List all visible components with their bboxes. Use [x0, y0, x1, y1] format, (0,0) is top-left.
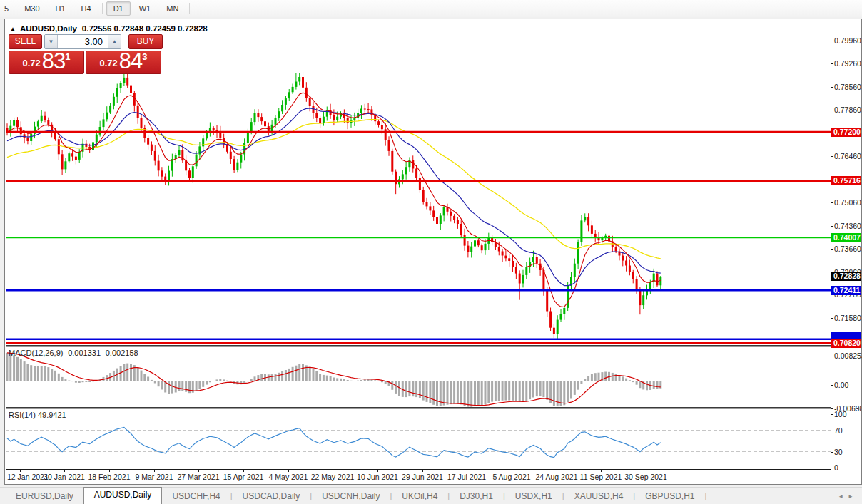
date-axis-label: 4 May 2021: [269, 473, 308, 481]
date-axis-label: 5 Aug 2021: [492, 473, 530, 481]
buy-button[interactable]: BUY: [128, 34, 163, 49]
date-axis-tick: [557, 470, 557, 472]
date-axis-label: 9 Mar 2021: [135, 473, 173, 481]
timeframe-button-d1[interactable]: D1: [106, 1, 131, 16]
volume-stepper: ▼ ▲: [44, 34, 121, 49]
chart-title: ▲ AUDUSD,Daily 0.72556 0.72848 0.72459 0…: [10, 24, 208, 33]
timeframe-button-w1[interactable]: W1: [132, 1, 158, 16]
tab-separator: |: [705, 492, 707, 504]
date-axis-tick: [20, 470, 21, 472]
volume-input[interactable]: [58, 35, 108, 48]
price-axis[interactable]: 0.799600.792600.785600.778600.764600.750…: [831, 20, 861, 483]
sell-button[interactable]: SELL: [9, 34, 42, 49]
date-axis-label: 11 Sep 2021: [580, 473, 622, 481]
date-axis-label: 27 Mar 2021: [178, 473, 220, 481]
date-axis-tick: [512, 470, 512, 472]
sell-price-sup: 1: [65, 52, 70, 61]
tab-scroll-arrows[interactable]: ◄►: [838, 493, 858, 500]
date-axis-tick: [601, 470, 602, 472]
tab-gbpusd-h1[interactable]: GBPUSD,H1: [635, 489, 704, 504]
tab-ukoil-h4[interactable]: UKOil,H4: [392, 489, 447, 504]
timeframe-button-5[interactable]: 5: [1, 1, 16, 16]
date-axis-tick: [154, 470, 155, 472]
date-axis-label: 18 Feb 2021: [88, 473, 131, 481]
date-axis-tick: [646, 470, 646, 472]
date-axis[interactable]: 12 Jan 202130 Jan 202118 Feb 20219 Mar 2…: [6, 469, 831, 483]
date-axis-tick: [377, 470, 378, 472]
date-axis-label: 22 May 2021: [311, 473, 355, 481]
tab-xauusd-h4[interactable]: XAUUSD,H4: [564, 489, 634, 504]
price-axis-tick-label: 0.79960: [831, 36, 861, 46]
macd-label: MACD(12,26,9) -0.001331 -0.002158: [9, 349, 138, 357]
date-axis-tick: [333, 470, 333, 472]
date-axis-tick: [109, 470, 110, 472]
rsi-pane[interactable]: RSI(14) 49.9421: [6, 409, 831, 469]
volume-increase-icon[interactable]: ▲: [108, 35, 121, 48]
level-price-label: 0.72411: [831, 286, 861, 295]
tab-audusd-daily[interactable]: AUDUSD,Daily: [83, 487, 163, 504]
date-axis-label: 29 Jun 2021: [402, 473, 443, 481]
buy-price-sup: 3: [142, 52, 147, 61]
price-axis-tick-label: 0.76460: [831, 152, 861, 161]
trade-panel-collapse-icon[interactable]: ▲: [10, 26, 16, 32]
rsi-axis-label: 30: [831, 448, 861, 457]
date-axis-label: 30 Jan 2021: [44, 473, 85, 481]
date-axis-label: 12 Jan 2021: [7, 473, 49, 481]
toolbar-separator: [102, 3, 103, 14]
chart-window: MACD(12,26,9) -0.001331 -0.002158 RSI(14…: [4, 19, 862, 485]
level-price-label: 0.75716: [831, 176, 861, 185]
buy-price-prefix: 0.72: [99, 55, 117, 72]
date-axis-tick: [198, 470, 199, 472]
terminal-screen: 5M30H1H4D1W1MN MACD(12,26,9) -0.001331 -…: [0, 0, 862, 504]
date-axis-label: 24 Aug 2021: [536, 473, 578, 481]
tab-scroll-left-icon[interactable]: ◄: [838, 493, 848, 500]
timeframe-button-m30[interactable]: M30: [17, 1, 46, 16]
date-axis-tick: [422, 470, 423, 472]
buy-price-box[interactable]: 0.72 84 3: [86, 51, 161, 74]
buy-price-big: 84: [119, 51, 142, 72]
level-price-label: 0.70820: [831, 339, 861, 348]
price-axis-tick-label: 0.71580: [831, 314, 861, 323]
price-axis-tick-label: 0.73660: [831, 245, 861, 254]
date-axis-label: 30 Sep 2021: [624, 473, 667, 481]
macd-axis-label: 0.008253: [831, 351, 861, 361]
sell-price-box[interactable]: 0.72 83 1: [9, 51, 84, 74]
date-axis-label: 10 Jun 2021: [357, 473, 398, 481]
date-axis-label: 17 Jul 2021: [447, 473, 486, 481]
price-axis-tick-label: 0.79260: [831, 59, 861, 68]
chart-symbol-label: AUDUSD,Daily: [20, 24, 77, 33]
date-axis-tick: [64, 470, 65, 472]
timeframe-button-h1[interactable]: H1: [49, 1, 73, 16]
tab-usdcad-daily[interactable]: USDCAD,Daily: [233, 489, 310, 504]
date-axis-label: 15 Apr 2021: [223, 473, 264, 481]
tab-eurusd-daily[interactable]: EURUSD,Daily: [6, 489, 83, 504]
tab-usdchf-h4[interactable]: USDCHF,H4: [162, 489, 230, 504]
sell-price-big: 83: [42, 51, 65, 72]
level-price-label: 0.77200: [831, 128, 861, 137]
tab-scroll-right-icon[interactable]: ►: [848, 493, 858, 500]
volume-decrease-icon[interactable]: ▼: [45, 35, 58, 48]
price-axis-tick-label: 0.75060: [831, 198, 861, 207]
rsi-label: RSI(14) 49.9421: [9, 411, 66, 419]
one-click-trade-panel: SELL ▼ ▲ BUY 0.72 83 1 0.72: [9, 34, 167, 74]
price-axis-tick-label: 0.78560: [831, 83, 861, 92]
date-axis-tick: [288, 470, 289, 472]
level-price-label: 0.74007: [831, 233, 861, 242]
date-axis-tick: [243, 470, 244, 472]
rsi-axis-label: 70: [831, 426, 861, 436]
tab-usdx-h1[interactable]: USDX,H1: [505, 489, 562, 504]
tab-dj30-h1[interactable]: DJ30,H1: [450, 489, 503, 504]
toolbar-separator: [189, 3, 190, 14]
price-axis-tick-label: 0.77860: [831, 106, 861, 115]
macd-pane[interactable]: MACD(12,26,9) -0.001331 -0.002158: [6, 347, 831, 407]
macd-axis-label: 0.00: [831, 381, 861, 390]
sell-price-prefix: 0.72: [22, 55, 40, 72]
tab-usdcnh-daily[interactable]: USDCNH,Daily: [312, 489, 390, 504]
date-axis-tick: [467, 470, 467, 472]
symbol-tab-bar: EURUSD,DailyAUDUSD,DailyUSDCHF,H4|USDCAD…: [0, 487, 862, 504]
timeframe-button-mn[interactable]: MN: [159, 1, 186, 16]
timeframe-button-h4[interactable]: H4: [74, 1, 98, 16]
rsi-axis-label: 0: [831, 463, 861, 473]
current-price-label: 0.72828: [831, 272, 861, 281]
price-axis-tick-label: 0.74360: [831, 222, 861, 231]
